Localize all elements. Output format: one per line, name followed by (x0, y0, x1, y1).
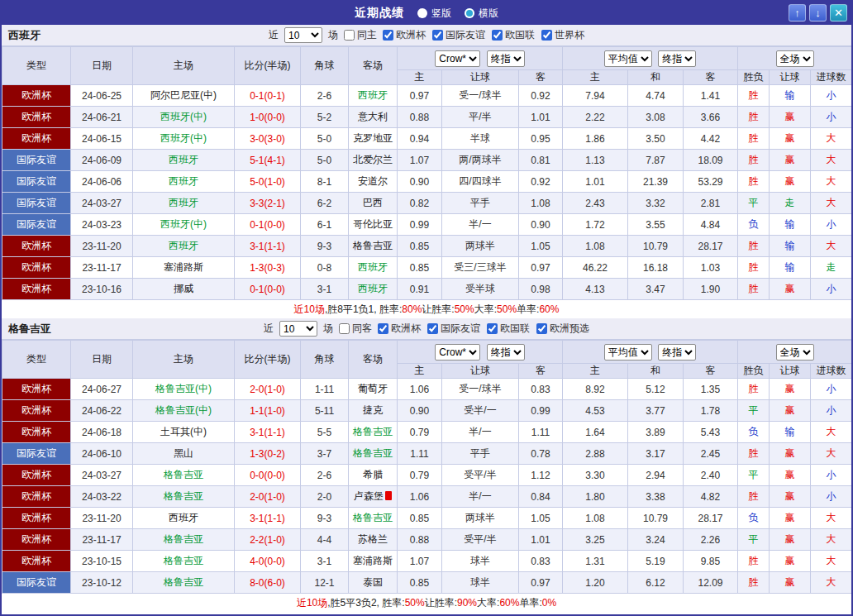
match-row: 欧洲杯23-11-20西班牙3-1(1-1)9-3格鲁吉亚0.85两球半1.05… (2, 508, 852, 529)
subcol-goals-result: 进球数 (811, 364, 852, 379)
away-team-cell: 克罗地亚 (349, 128, 398, 150)
handicap-result-cell: 输 (770, 85, 811, 107)
scope-group: 全场 (738, 341, 852, 364)
summary-line: 近10场,胜8平1负1, 胜率:80% 让胜率:50% 大率:50% 单率:60… (2, 300, 851, 318)
average-stage-select[interactable]: 终指 (658, 344, 696, 361)
avg-away-odds-cell: 1.90 (684, 279, 738, 300)
bookmaker-away-odds-cell: 1.05 (519, 236, 563, 257)
bookmaker-select[interactable]: Crow* (435, 50, 480, 67)
avg-home-odds-cell: 8.92 (563, 379, 628, 400)
average-stage-select[interactable]: 终指 (658, 50, 696, 67)
bookmaker-away-odds-cell: 0.99 (519, 400, 563, 422)
bookmaker-stage-select[interactable]: 终指 (487, 50, 525, 67)
move-up-button[interactable]: ↑ (789, 4, 806, 21)
layout-horizontal-label: 横版 (479, 7, 498, 21)
move-down-button[interactable]: ↓ (809, 4, 827, 21)
away-team-cell: 格鲁吉亚 (349, 422, 398, 443)
score-cell: 2-0(1-0) (235, 486, 301, 508)
bookmaker-away-odds-cell: 0.78 (519, 443, 563, 465)
col-away: 客场 (349, 341, 398, 379)
subcol-avg-draw: 和 (628, 364, 684, 379)
away-team-name: 卢森堡 (354, 490, 384, 502)
away-team-cell: 哥伦比亚 (349, 214, 398, 236)
league-filter[interactable]: 国际友谊 (432, 28, 485, 42)
home-team-cell: 格鲁吉亚 (133, 529, 235, 551)
avg-away-odds-cell: 28.17 (684, 236, 738, 257)
subcol-avg-home: 主 (563, 364, 628, 379)
goals-result-cell: 大 (811, 422, 852, 443)
same-venue-filter[interactable]: 同主 (344, 28, 377, 42)
away-team-cell: 希腊 (349, 465, 398, 486)
league-type-cell: 国际友谊 (2, 150, 71, 171)
home-team-cell: 西班牙 (133, 171, 235, 193)
league-filter[interactable]: 欧国联 (487, 322, 530, 336)
league-filter[interactable]: 世界杯 (541, 28, 584, 42)
league-filter[interactable]: 欧国联 (492, 28, 535, 42)
league-checkbox[interactable] (432, 30, 443, 41)
average-select[interactable]: 平均值 (604, 50, 652, 67)
bookmaker-select[interactable]: Crow* (435, 344, 480, 361)
average-odds-group: 平均值 终指 (563, 47, 738, 70)
league-checkbox[interactable] (541, 30, 552, 41)
league-type-cell: 欧洲杯 (2, 107, 71, 128)
bookmaker-home-odds-cell: 0.88 (398, 107, 442, 128)
score-cell: 1-3(0-2) (235, 443, 301, 465)
score-cell: 3-3(2-1) (235, 193, 301, 214)
league-checkbox[interactable] (427, 323, 438, 334)
league-filter[interactable]: 欧洲预选 (536, 322, 589, 336)
team-section: 西班牙 近 10 场 同主 欧洲杯国际友谊欧国联世界杯 (2, 25, 851, 318)
league-checkbox[interactable] (487, 323, 498, 334)
match-date-cell: 24-03-27 (71, 193, 133, 214)
same-venue-checkbox[interactable] (344, 30, 355, 41)
away-team-cell: 葡萄牙 (349, 379, 398, 400)
avg-home-odds-cell: 2.43 (563, 193, 628, 214)
outcome-result-cell: 平 (738, 400, 770, 422)
layout-vertical-label: 竖版 (431, 7, 451, 21)
same-venue-checkbox[interactable] (339, 323, 350, 334)
recent-count-select[interactable]: 10 (279, 321, 317, 337)
away-team-name: 安道尔 (358, 175, 388, 187)
league-checkbox[interactable] (536, 323, 547, 334)
close-button[interactable]: ✕ (830, 4, 847, 21)
team-name: 西班牙 (8, 28, 41, 43)
league-checkbox[interactable] (378, 323, 388, 334)
bookmaker-home-odds-cell: 0.85 (398, 236, 442, 257)
away-team-cell: 格鲁吉亚 (349, 236, 398, 257)
avg-home-odds-cell: 1.86 (563, 128, 628, 150)
score-cell: 0-0(0-0) (235, 465, 301, 486)
same-venue-filter[interactable]: 同客 (339, 322, 372, 336)
home-team-cell: 黑山 (133, 443, 235, 465)
handicap-result-cell: 赢 (770, 508, 811, 529)
match-row: 欧洲杯24-03-27格鲁吉亚0-0(0-0)2-6希腊0.79受平/半1.12… (2, 465, 852, 486)
recent-count-select[interactable]: 10 (284, 27, 322, 43)
radio-icon (417, 8, 427, 18)
bookmaker-away-odds-cell: 0.83 (519, 551, 563, 572)
league-checkbox[interactable] (492, 30, 503, 41)
bookmaker-odds-group: Crow* 终指 (398, 47, 563, 70)
score-cell: 3-0(3-0) (235, 128, 301, 150)
avg-home-odds-cell: 4.53 (563, 400, 628, 422)
league-filter[interactable]: 欧洲杯 (383, 28, 426, 42)
layout-radio-horizontal[interactable]: 横版 (465, 7, 498, 21)
bookmaker-handicap-cell: 半/一 (442, 214, 519, 236)
league-filter[interactable]: 欧洲杯 (378, 322, 421, 336)
matches-tbody: 欧洲杯24-06-27格鲁吉亚(中)2-0(1-0)1-11葡萄牙1.06受一/… (2, 379, 852, 594)
league-checkbox[interactable] (383, 30, 393, 41)
bookmaker-away-odds-cell: 0.83 (519, 379, 563, 400)
corner-cell: 2-6 (301, 465, 349, 486)
bookmaker-stage-select[interactable]: 终指 (487, 344, 525, 361)
bookmaker-away-odds-cell: 0.92 (519, 85, 563, 107)
away-team-cell: 格鲁吉亚 (349, 508, 398, 529)
bookmaker-handicap-cell: 受三/三球半 (442, 257, 519, 279)
layout-radio-vertical[interactable]: 竖版 (417, 7, 451, 21)
scope-select[interactable]: 全场 (776, 50, 814, 67)
score-cell: 3-1(1-1) (235, 508, 301, 529)
bookmaker-handicap-cell: 两球半 (442, 508, 519, 529)
handicap-result-cell: 赢 (770, 551, 811, 572)
away-team-cell: 北爱尔兰 (349, 150, 398, 171)
bookmaker-handicap-cell: 半/一 (442, 422, 519, 443)
match-date-cell: 24-06-10 (71, 443, 133, 465)
league-filter[interactable]: 国际友谊 (427, 322, 480, 336)
scope-select[interactable]: 全场 (776, 344, 814, 361)
average-select[interactable]: 平均值 (604, 344, 652, 361)
